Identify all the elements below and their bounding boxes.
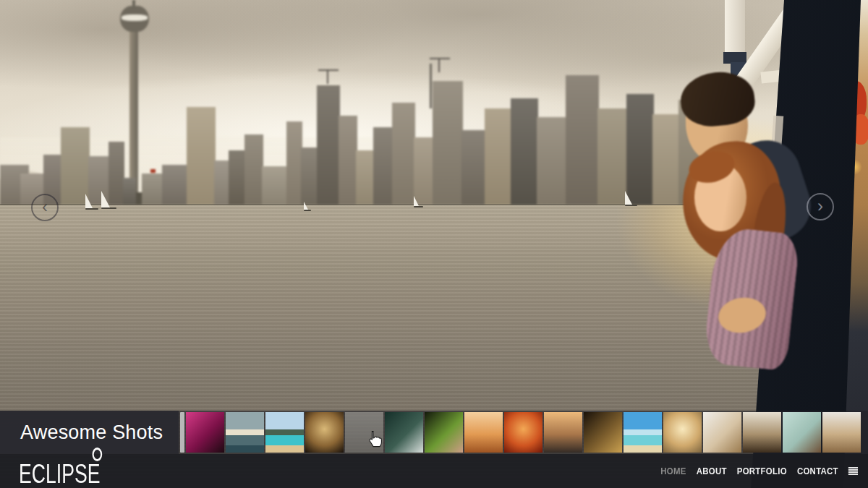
blonde-dramatic-portrait-thumbnail[interactable] [305, 412, 344, 453]
skyscraper-sunburst-thumbnail[interactable] [663, 412, 702, 453]
aqua-backdrop-portrait-thumbnail[interactable] [783, 412, 821, 453]
glamour-red-flower-portrait-thumbnail[interactable] [186, 412, 224, 453]
nav-link-home[interactable]: HOME [660, 466, 686, 476]
sunglasses-portrait-thumbnail[interactable] [743, 412, 781, 453]
nav-link-contact[interactable]: CONTACT [797, 466, 838, 476]
blonde-white-shirt-fashion-thumbnail[interactable] [703, 412, 741, 453]
footer-bar: ECLIPSE HOMEABOUTPORTFOLIOCONTACT [0, 454, 868, 488]
hand-pointer-cursor [366, 430, 382, 449]
hamburger-icon[interactable] [848, 467, 858, 476]
aerial-city-dusk-thumbnail[interactable] [544, 412, 582, 453]
logo[interactable]: ECLIPSE [19, 455, 101, 487]
blonde-white-jacket-thumbnail[interactable] [822, 412, 861, 453]
nav-link-about[interactable]: ABOUT [697, 466, 727, 476]
next-slide-button[interactable]: › [807, 193, 834, 221]
thumbnail-strip [186, 412, 861, 453]
logo-text: ECLIPSE [19, 459, 101, 488]
airliner-on-tarmac-thumbnail[interactable] [385, 412, 423, 453]
gallery-title-panel: Awesome Shots [0, 411, 179, 454]
redhead-in-red-thumbnail[interactable] [504, 412, 542, 453]
gallery-scrollbar[interactable] [180, 412, 184, 453]
sunset-pier-thumbnail[interactable] [226, 412, 264, 453]
ring-icon [93, 448, 103, 461]
prev-slide-button[interactable]: ‹ [31, 194, 59, 221]
blue-sky-beach-thumbnail[interactable] [624, 412, 662, 453]
airplane-sunset-sky-thumbnail[interactable] [464, 412, 503, 453]
chevron-right-icon: › [817, 197, 823, 215]
nav-link-portfolio[interactable]: PORTFOLIO [737, 466, 787, 476]
gallery-title: Awesome Shots [20, 421, 163, 444]
masquerade-mask-portrait-thumbnail[interactable] [584, 412, 622, 453]
page: ‹ › Awesome Shots ECLIPSE HOMEABOUTPORTF… [0, 0, 868, 488]
green-eyeshadow-portrait-thumbnail[interactable] [425, 412, 463, 453]
chevron-left-icon: ‹ [42, 198, 48, 215]
main-nav: HOMEABOUTPORTFOLIOCONTACT [660, 466, 858, 476]
tropical-island-beach-thumbnail[interactable] [265, 412, 304, 453]
